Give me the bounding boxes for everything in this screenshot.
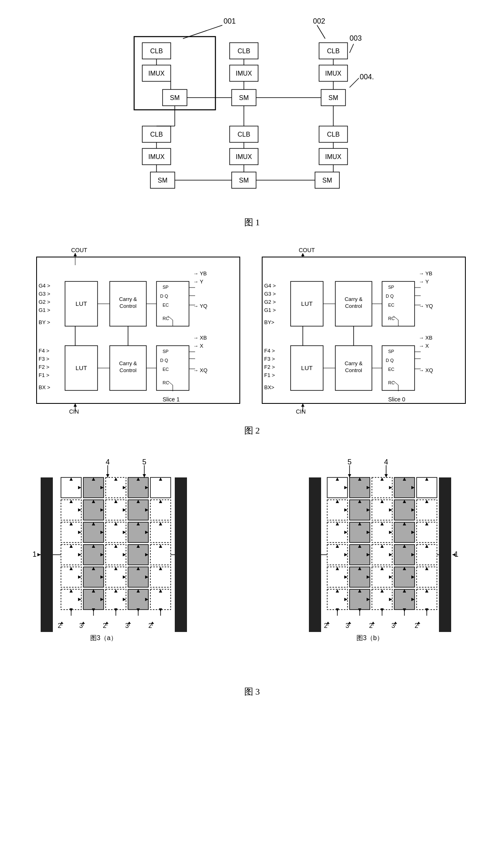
svg-text:IMUX: IMUX [325,70,341,77]
svg-text:Slice 0: Slice 0 [388,396,405,403]
svg-text:→ XB: → XB [419,335,432,341]
svg-text:→ Y: → Y [193,279,203,285]
svg-line-3 [317,25,325,39]
svg-text:G1 >: G1 > [264,307,276,313]
svg-rect-126 [262,257,465,403]
svg-marker-358 [425,522,428,525]
svg-marker-364 [344,553,348,556]
svg-text:SM: SM [239,177,249,184]
svg-marker-242 [123,553,126,556]
svg-text:G2 >: G2 > [39,299,50,305]
svg-text:F4 >: F4 > [264,348,275,354]
svg-text:G2 >: G2 > [264,299,276,305]
svg-marker-378 [344,575,348,579]
svg-text:BY>: BY> [264,319,274,325]
svg-text:图3（b）: 图3（b） [356,634,383,641]
svg-text:→ YB: → YB [193,270,207,277]
svg-text:Carry &: Carry & [119,296,137,302]
svg-marker-370 [380,545,384,548]
svg-marker-270 [123,598,126,601]
svg-text:G3 >: G3 > [264,291,276,297]
svg-text:RC: RC [163,316,169,321]
svg-line-5 [350,44,354,53]
svg-text:RC: RC [163,380,169,385]
svg-rect-411 [439,477,451,632]
svg-marker-366 [389,553,392,556]
svg-marker-214 [123,508,126,512]
svg-text:BX >: BX > [39,384,50,390]
svg-text:SM: SM [170,94,180,101]
svg-marker-200 [123,486,126,489]
svg-marker-129 [301,253,304,256]
svg-marker-234 [159,522,162,525]
svg-marker-218 [114,500,117,503]
svg-text:Carry &: Carry & [345,296,363,302]
svg-marker-326 [336,477,339,481]
svg-text:→ XQ: → XQ [193,367,207,373]
svg-rect-65 [37,257,240,403]
svg-text:1: 1 [33,550,37,558]
svg-marker-340 [336,500,339,503]
svg-text:G3 >: G3 > [39,291,50,297]
svg-text:→ XQ: → XQ [419,367,433,373]
svg-text:Control: Control [119,367,137,373]
svg-text:RC: RC [388,316,395,321]
svg-text:IMUX: IMUX [236,153,252,160]
svg-text:SM: SM [239,94,249,101]
figure2-svg: COUT G4 > G3 > G2 > G1 > BY > LUT Carry … [28,245,476,420]
svg-text:D  Q: D Q [160,358,168,363]
svg-marker-289 [37,553,41,556]
svg-text:F1 >: F1 > [264,372,275,378]
svg-marker-262 [159,567,162,570]
fig1-caption: 图 1 [110,216,394,229]
svg-text:CLB: CLB [327,48,339,54]
svg-rect-307 [175,477,187,632]
svg-marker-356 [380,522,384,525]
svg-text:D  Q: D Q [160,294,168,299]
svg-text:Control: Control [345,303,362,309]
svg-text:CLB: CLB [237,131,250,138]
svg-text:Carry &: Carry & [345,360,363,366]
svg-text:SP: SP [388,349,394,354]
svg-marker-198 [78,486,81,489]
svg-text:COUT: COUT [299,247,315,253]
svg-text:IMUX: IMUX [148,153,165,160]
svg-text:4: 4 [106,458,110,466]
svg-marker-276 [159,589,162,593]
svg-marker-274 [114,589,117,593]
svg-marker-382 [336,567,339,570]
svg-text:LUT: LUT [301,300,313,307]
svg-marker-240 [78,553,81,556]
svg-text:001: 001 [224,17,236,25]
svg-text:EC: EC [388,303,394,307]
figure3-svg: 4 5 [28,453,476,681]
svg-marker-396 [336,589,339,593]
svg-text:IMUX: IMUX [148,70,165,77]
svg-text:LUT: LUT [301,364,313,371]
svg-text:F3 >: F3 > [264,356,275,362]
svg-text:图3（a）: 图3（a） [90,634,117,641]
svg-marker-183 [301,403,304,407]
svg-text:F2 >: F2 > [39,364,49,370]
svg-marker-272 [70,589,73,593]
svg-text:5: 5 [142,458,146,466]
svg-text:CLB: CLB [327,131,339,138]
svg-marker-352 [389,531,392,534]
svg-text:G4 >: G4 > [264,283,276,289]
svg-marker-336 [344,508,348,512]
svg-marker-384 [380,567,384,570]
svg-text:→ XB: → XB [193,335,207,341]
svg-marker-192 [143,474,146,477]
svg-text:SM: SM [158,177,167,184]
svg-marker-342 [380,500,384,503]
svg-text:Slice 1: Slice 1 [163,396,180,403]
svg-rect-80 [156,281,189,326]
svg-text:IMUX: IMUX [325,153,341,160]
svg-marker-338 [389,508,392,512]
svg-text:F3 >: F3 > [39,356,49,362]
svg-text:BY >: BY > [39,319,50,325]
svg-marker-190 [106,474,109,477]
svg-rect-105 [156,346,189,390]
svg-text:Carry &: Carry & [119,360,137,366]
svg-marker-392 [344,598,348,601]
